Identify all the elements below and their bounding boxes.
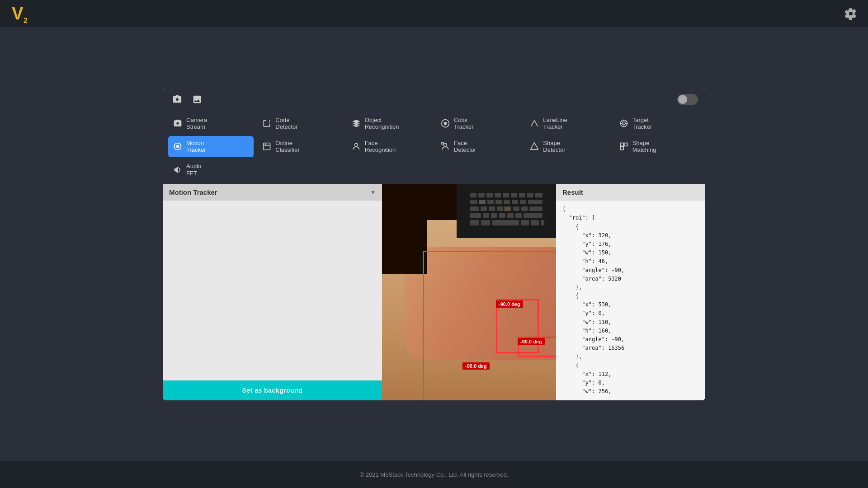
main-card: CameraStream CodeDetector ObjectRecongni… xyxy=(163,88,705,401)
svg-rect-26 xyxy=(495,193,501,197)
panel-title: Motion Tracker xyxy=(169,188,217,196)
svg-text:2: 2 xyxy=(24,17,28,24)
svg-rect-47 xyxy=(529,206,542,211)
svg-point-5 xyxy=(622,122,625,125)
settings-icon[interactable] xyxy=(844,7,857,20)
target-tracker-icon xyxy=(619,118,629,128)
code-detector-icon xyxy=(262,118,272,128)
result-panel: Result { "roi": [ { "x": 320, "y": 176, … xyxy=(556,184,705,400)
topbar: V 2 xyxy=(0,0,868,27)
svg-point-16 xyxy=(444,144,447,147)
svg-rect-34 xyxy=(487,200,494,204)
svg-rect-38 xyxy=(520,200,526,204)
nav-item-online-classifier[interactable]: OnlineClassifier xyxy=(257,136,343,157)
image-load-button[interactable] xyxy=(190,92,204,107)
main-area: CameraStream CodeDetector ObjectRecongni… xyxy=(0,27,868,461)
svg-text:V: V xyxy=(12,4,24,23)
nav-item-motion-tracker[interactable]: MotionTracker xyxy=(168,136,254,157)
nav-item-face-detector[interactable]: FaceDetector xyxy=(436,136,521,157)
result-content: { "roi": [ { "x": 320, "y": 176, "w": 15… xyxy=(556,201,705,400)
online-classifier-label: OnlineClassifier xyxy=(275,140,299,154)
result-title: Result xyxy=(562,188,583,196)
svg-rect-59 xyxy=(531,220,539,225)
svg-rect-35 xyxy=(495,200,502,204)
svg-rect-37 xyxy=(512,200,518,204)
svg-rect-58 xyxy=(521,220,529,225)
svg-rect-25 xyxy=(486,193,493,197)
face-detector-icon xyxy=(440,141,450,151)
nav-menu: CameraStream CodeDetector ObjectRecongni… xyxy=(163,111,705,184)
svg-rect-42 xyxy=(489,206,495,211)
toolbar-left xyxy=(170,92,204,107)
svg-rect-43 xyxy=(497,206,503,211)
svg-rect-24 xyxy=(478,193,485,197)
nav-item-shape-matching[interactable]: ShapeMatching xyxy=(614,136,700,157)
nav-item-target-tracker[interactable]: TargetTracker xyxy=(614,113,700,134)
svg-rect-40 xyxy=(470,206,479,211)
set-background-button[interactable]: Set as background xyxy=(163,380,382,400)
footer: © 2021 M5Stack Technology Co., Ltd. All … xyxy=(0,461,868,488)
svg-rect-52 xyxy=(507,213,514,218)
color-tracker-label: ColorTracker xyxy=(454,117,474,131)
object-recognition-icon xyxy=(351,118,361,128)
camera-feed: -90.0 deg -90.0 deg -90.0 deg -90.0 deg xyxy=(382,184,556,400)
left-panel: Motion Tracker ▼ Set as background xyxy=(163,184,382,400)
svg-rect-46 xyxy=(521,206,528,211)
nav-item-audio-fft[interactable]: AudioFFT xyxy=(168,159,254,180)
code-detector-label: CodeDetector xyxy=(275,117,297,131)
panel-collapse-arrow[interactable]: ▼ xyxy=(370,189,376,196)
card-toolbar xyxy=(163,88,705,111)
panel-header: Motion Tracker ▼ xyxy=(163,184,382,201)
nav-item-laneline-tracker[interactable]: LaneLineTracker xyxy=(525,113,610,134)
shape-detector-label: ShapeDetector xyxy=(543,140,565,154)
camera-stream-label: CameraStream xyxy=(186,117,207,131)
svg-rect-27 xyxy=(503,193,509,197)
online-classifier-icon xyxy=(262,141,272,151)
camera-capture-button[interactable] xyxy=(170,92,184,107)
svg-rect-48 xyxy=(470,213,481,218)
svg-point-11 xyxy=(176,145,179,148)
footer-text: © 2021 M5Stack Technology Co., Ltd. All … xyxy=(360,471,509,478)
motion-tracker-icon xyxy=(173,141,183,151)
keyboard-area xyxy=(457,184,556,238)
svg-rect-32 xyxy=(470,200,477,204)
nav-item-camera-stream[interactable]: CameraStream xyxy=(168,113,254,134)
track-label-2: -90.0 deg xyxy=(496,300,523,308)
track-label-3: -90.0 deg xyxy=(518,338,545,345)
object-recognition-label: ObjectRecongnition xyxy=(365,117,399,131)
laneline-tracker-icon xyxy=(529,118,539,128)
svg-point-15 xyxy=(354,144,358,147)
svg-rect-45 xyxy=(513,206,519,211)
svg-point-3 xyxy=(444,122,447,125)
shape-detector-icon xyxy=(529,141,539,151)
camera-stream-icon xyxy=(173,118,183,128)
laneline-tracker-label: LaneLineTracker xyxy=(543,117,567,131)
nav-item-color-tracker[interactable]: ColorTracker xyxy=(436,113,521,134)
svg-rect-55 xyxy=(470,220,479,225)
svg-rect-39 xyxy=(528,200,542,204)
audio-fft-icon xyxy=(173,165,183,175)
nav-item-code-detector[interactable]: CodeDetector xyxy=(257,113,343,134)
svg-rect-12 xyxy=(264,143,270,150)
svg-rect-57 xyxy=(492,220,519,225)
nav-item-object-recognition[interactable]: ObjectRecongnition xyxy=(347,113,432,134)
toggle-switch[interactable] xyxy=(677,94,698,105)
nav-item-shape-detector[interactable]: ShapeDetector xyxy=(525,136,610,157)
svg-rect-49 xyxy=(483,213,489,218)
face-recognition-icon xyxy=(351,141,361,151)
svg-marker-18 xyxy=(531,143,538,150)
nav-item-face-recognition[interactable]: FaceRecognition xyxy=(347,136,432,157)
svg-rect-54 xyxy=(524,213,542,218)
svg-rect-21 xyxy=(620,147,623,150)
svg-rect-17 xyxy=(442,143,444,144)
logo: V 2 xyxy=(11,2,33,25)
svg-rect-53 xyxy=(515,213,522,218)
color-tracker-icon xyxy=(440,118,450,128)
svg-rect-62 xyxy=(504,206,510,211)
svg-rect-51 xyxy=(499,213,505,218)
svg-rect-36 xyxy=(504,200,510,204)
target-tracker-label: TargetTracker xyxy=(632,117,652,131)
result-header: Result xyxy=(556,184,705,201)
track-label-1: -90.0 deg xyxy=(462,362,490,370)
result-json: { "roi": [ { "x": 320, "y": 176, "w": 15… xyxy=(562,205,699,396)
